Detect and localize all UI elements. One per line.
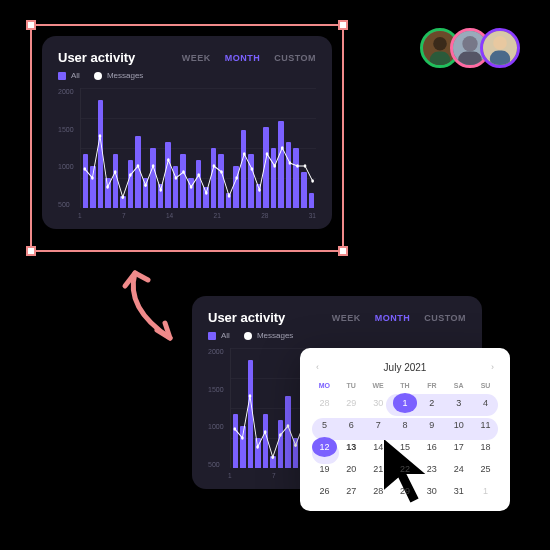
calendar-day[interactable]: 15 bbox=[393, 437, 418, 457]
svg-point-32 bbox=[433, 37, 447, 51]
svg-point-9 bbox=[151, 164, 154, 168]
calendar-day[interactable]: 1 bbox=[473, 481, 498, 501]
svg-point-42 bbox=[248, 394, 251, 398]
svg-point-40 bbox=[233, 427, 236, 431]
tab-week[interactable]: WEEK bbox=[182, 53, 211, 63]
svg-point-25 bbox=[273, 164, 276, 168]
svg-point-45 bbox=[271, 455, 274, 459]
calendar-day[interactable]: 30 bbox=[366, 393, 391, 413]
y-axis: 2000 1500 1000 500 bbox=[208, 348, 230, 468]
tabs: WEEK MONTH CUSTOM bbox=[182, 53, 316, 63]
calendar-day[interactable]: 5 bbox=[312, 415, 337, 435]
calendar-day[interactable]: 11 bbox=[473, 415, 498, 435]
calendar-day[interactable]: 21 bbox=[366, 459, 391, 479]
calendar-day[interactable]: 6 bbox=[339, 415, 364, 435]
svg-point-43 bbox=[256, 445, 259, 449]
calendar-day[interactable]: 28 bbox=[366, 481, 391, 501]
calendar-day[interactable]: 14 bbox=[366, 437, 391, 457]
calendar-grid: 2829301234567891011121314151617181920212… bbox=[312, 393, 498, 501]
calendar-weekday: TU bbox=[339, 382, 364, 389]
date-range-calendar: ‹ July 2021 › MOTUWETHFRSASU 28293012345… bbox=[300, 348, 510, 511]
swap-arrow-icon bbox=[115, 258, 205, 358]
svg-point-4 bbox=[113, 170, 116, 174]
svg-point-38 bbox=[493, 36, 507, 50]
svg-point-19 bbox=[227, 194, 230, 198]
svg-point-46 bbox=[279, 433, 282, 437]
tab-custom[interactable]: CUSTOM bbox=[424, 313, 466, 323]
calendar-day[interactable]: 13 bbox=[339, 437, 364, 457]
card-header: User activity WEEK MONTH CUSTOM bbox=[58, 50, 316, 65]
svg-point-8 bbox=[144, 183, 147, 187]
calendar-day[interactable]: 28 bbox=[312, 393, 337, 413]
svg-point-3 bbox=[106, 185, 109, 189]
tab-month[interactable]: MONTH bbox=[225, 53, 261, 63]
card-title: User activity bbox=[58, 50, 135, 65]
resize-handle-icon[interactable] bbox=[338, 20, 348, 30]
prev-month-button[interactable]: ‹ bbox=[312, 360, 323, 374]
calendar-day[interactable]: 22 bbox=[393, 459, 418, 479]
svg-point-2 bbox=[98, 134, 101, 138]
calendar-weekday: TH bbox=[393, 382, 418, 389]
calendar-day[interactable]: 1 bbox=[393, 393, 418, 413]
svg-point-29 bbox=[303, 164, 306, 168]
calendar-weekday: MO bbox=[312, 382, 337, 389]
legend-all: All bbox=[58, 71, 80, 80]
calendar-weekday: SU bbox=[473, 382, 498, 389]
svg-rect-39 bbox=[490, 51, 510, 65]
svg-point-21 bbox=[242, 152, 245, 156]
next-month-button[interactable]: › bbox=[487, 360, 498, 374]
x-axis: 1 7 14 21 28 31 bbox=[58, 208, 316, 219]
calendar-day[interactable]: 19 bbox=[312, 459, 337, 479]
calendar-day[interactable]: 29 bbox=[339, 393, 364, 413]
avatar[interactable] bbox=[480, 28, 520, 68]
calendar-day[interactable]: 4 bbox=[473, 393, 498, 413]
tab-month[interactable]: MONTH bbox=[375, 313, 411, 323]
svg-point-35 bbox=[462, 36, 477, 51]
calendar-day[interactable]: 3 bbox=[446, 393, 471, 413]
tabs: WEEK MONTH CUSTOM bbox=[332, 313, 466, 323]
resize-handle-icon[interactable] bbox=[26, 246, 36, 256]
svg-point-10 bbox=[159, 188, 162, 192]
svg-point-26 bbox=[280, 146, 283, 150]
svg-point-27 bbox=[288, 161, 291, 165]
legend-messages: Messages bbox=[244, 331, 293, 340]
calendar-day[interactable]: 18 bbox=[473, 437, 498, 457]
svg-point-14 bbox=[189, 185, 192, 189]
calendar-header: ‹ July 2021 › bbox=[312, 360, 498, 374]
svg-point-5 bbox=[121, 195, 124, 199]
calendar-day[interactable]: 7 bbox=[366, 415, 391, 435]
svg-point-15 bbox=[197, 173, 200, 177]
collaborator-avatars bbox=[430, 28, 520, 68]
calendar-day[interactable]: 31 bbox=[446, 481, 471, 501]
calendar-day[interactable]: 26 bbox=[312, 481, 337, 501]
resize-handle-icon[interactable] bbox=[26, 20, 36, 30]
svg-point-30 bbox=[311, 179, 314, 183]
calendar-day[interactable]: 17 bbox=[446, 437, 471, 457]
svg-point-0 bbox=[83, 167, 86, 171]
calendar-day[interactable]: 10 bbox=[446, 415, 471, 435]
svg-point-44 bbox=[263, 430, 266, 434]
svg-point-18 bbox=[220, 170, 223, 174]
svg-point-6 bbox=[129, 173, 132, 177]
calendar-day[interactable]: 24 bbox=[446, 459, 471, 479]
activity-card-top: User activity WEEK MONTH CUSTOM All Mess… bbox=[42, 36, 332, 229]
svg-point-28 bbox=[296, 164, 299, 168]
svg-point-13 bbox=[182, 170, 185, 174]
svg-point-20 bbox=[235, 176, 238, 180]
calendar-weekday: FR bbox=[419, 382, 444, 389]
legend: All Messages bbox=[58, 71, 316, 80]
tab-week[interactable]: WEEK bbox=[332, 313, 361, 323]
calendar-day[interactable]: 20 bbox=[339, 459, 364, 479]
calendar-day[interactable]: 12 bbox=[312, 437, 337, 457]
card-title: User activity bbox=[208, 310, 285, 325]
tab-custom[interactable]: CUSTOM bbox=[274, 53, 316, 63]
svg-point-1 bbox=[91, 176, 94, 180]
svg-point-16 bbox=[205, 191, 208, 195]
svg-point-24 bbox=[265, 152, 268, 156]
calendar-day[interactable]: 27 bbox=[339, 481, 364, 501]
plot bbox=[80, 88, 316, 208]
calendar-day[interactable]: 25 bbox=[473, 459, 498, 479]
calendar-day[interactable]: 29 bbox=[393, 481, 418, 501]
resize-handle-icon[interactable] bbox=[338, 246, 348, 256]
calendar-day[interactable]: 8 bbox=[393, 415, 418, 435]
